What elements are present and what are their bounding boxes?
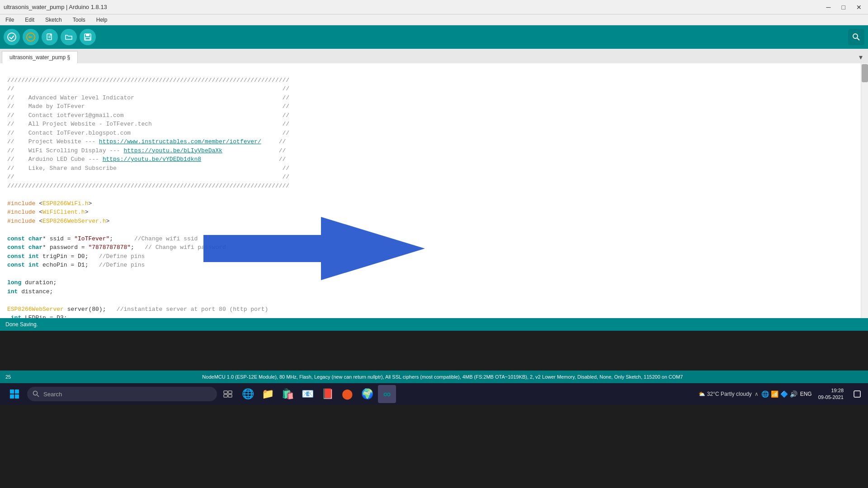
console-area <box>0 331 868 371</box>
weather-info: 32°C Partly cloudy <box>707 391 752 397</box>
arduino-icon[interactable]: ∞ <box>378 385 396 403</box>
notification-icon <box>853 390 861 398</box>
network-icon[interactable]: 🌐 <box>761 390 769 398</box>
acrobat-icon[interactable]: 📕 <box>318 385 336 403</box>
toolbar <box>0 25 868 49</box>
verify-button[interactable] <box>4 29 20 45</box>
code-area: ////////////////////////////////////////… <box>0 63 868 318</box>
svg-rect-16 <box>15 394 19 399</box>
verify-icon <box>7 33 16 42</box>
start-button[interactable] <box>4 383 25 405</box>
line-number: 25 <box>5 374 19 380</box>
open-icon <box>64 33 73 42</box>
svg-rect-20 <box>228 391 232 394</box>
tab-dropdown-button[interactable]: ▾ <box>855 51 866 63</box>
tab-label: ultrasonis_water_pump § <box>9 54 70 61</box>
menu-tools[interactable]: Tools <box>71 16 87 24</box>
menu-edit[interactable]: Edit <box>23 16 36 24</box>
status-bar: Done Saving. <box>0 318 868 331</box>
code-editor[interactable]: ////////////////////////////////////////… <box>0 63 868 318</box>
status-message: Done Saving. <box>5 321 38 328</box>
svg-rect-14 <box>15 389 19 394</box>
system-clock[interactable]: 19:28 09-05-2021 <box>815 387 847 401</box>
new-button[interactable] <box>42 29 58 45</box>
svg-rect-19 <box>224 391 227 394</box>
menu-file[interactable]: File <box>4 16 16 24</box>
vertical-scrollbar[interactable] <box>861 63 868 318</box>
window-title: ultrasonis_water_pump | Arduino 1.8.13 <box>4 4 107 10</box>
scrollbar-thumb[interactable] <box>862 64 868 82</box>
system-tray-icons: 🌐 📶 🔷 🔊 <box>761 390 797 398</box>
svg-line-18 <box>37 395 39 397</box>
wifi-icon[interactable]: 📶 <box>771 390 778 398</box>
taskbar-search[interactable]: Search <box>27 387 217 401</box>
open-button[interactable] <box>61 29 77 45</box>
menu-help[interactable]: Help <box>94 16 109 24</box>
menu-sketch[interactable]: Sketch <box>43 16 64 24</box>
speaker-icon[interactable]: 🔊 <box>790 390 797 398</box>
toolbar-search-button[interactable] <box>848 29 864 45</box>
clock-time: 19:28 <box>831 387 844 394</box>
svg-rect-13 <box>10 389 14 394</box>
svg-rect-21 <box>224 394 227 397</box>
svg-rect-8 <box>86 34 90 36</box>
weather-widget[interactable]: ⛅ 32°C Partly cloudy <box>698 391 752 397</box>
svg-rect-9 <box>85 38 90 40</box>
menu-bar: File Edit Sketch Tools Help <box>0 14 868 25</box>
chrome-icon[interactable]: 🌍 <box>358 385 376 403</box>
close-button[interactable]: ✕ <box>854 3 864 12</box>
weather-icon: ⛅ <box>698 391 705 397</box>
show-hidden-icons-button[interactable]: ∧ <box>755 391 759 397</box>
svg-line-11 <box>857 38 859 40</box>
title-bar: ultrasonis_water_pump | Arduino 1.8.13 ─… <box>0 0 868 14</box>
maximize-button[interactable]: □ <box>839 3 848 12</box>
windows-logo-icon <box>9 389 20 399</box>
file-explorer-icon[interactable]: 📁 <box>259 385 277 403</box>
new-icon <box>45 33 54 42</box>
svg-point-10 <box>853 34 858 38</box>
save-button[interactable] <box>80 29 96 45</box>
notification-button[interactable] <box>850 387 864 401</box>
board-info: NodeMCU 1.0 (ESP-12E Module), 80 MHz, Fl… <box>23 374 863 380</box>
clock-date: 09-05-2021 <box>818 394 844 401</box>
microsoft-store-icon[interactable]: 🛍️ <box>278 385 297 403</box>
ubuntu-icon[interactable]: ⬤ <box>338 385 356 403</box>
bluetooth-icon[interactable]: 🔷 <box>780 390 788 398</box>
taskbar-search-placeholder: Search <box>43 391 62 398</box>
upload-button[interactable] <box>23 29 39 45</box>
svg-point-0 <box>8 33 16 41</box>
edge-icon[interactable]: 🌐 <box>239 385 257 403</box>
search-icon <box>852 33 861 42</box>
svg-rect-15 <box>10 394 14 399</box>
task-view-icon <box>223 389 233 399</box>
upload-icon <box>26 33 35 42</box>
window-controls: ─ □ ✕ <box>824 3 864 12</box>
svg-point-17 <box>33 391 38 395</box>
minimize-button[interactable]: ─ <box>824 3 834 12</box>
tab-bar: ultrasonis_water_pump § ▾ <box>0 49 868 63</box>
save-icon <box>83 33 92 42</box>
task-view-button[interactable] <box>219 385 237 403</box>
language-indicator[interactable]: ENG <box>800 391 812 397</box>
svg-rect-22 <box>228 394 232 397</box>
mail-icon[interactable]: 📧 <box>298 385 316 403</box>
taskbar-search-icon <box>33 390 40 398</box>
svg-rect-23 <box>854 391 860 397</box>
taskbar: Search 🌐 📁 🛍️ 📧 📕 ⬤ 🌍 ∞ ⛅ 32°C Partly cl… <box>0 383 868 405</box>
bottom-status-bar: 25 NodeMCU 1.0 (ESP-12E Module), 80 MHz,… <box>0 371 868 383</box>
system-tray: ⛅ 32°C Partly cloudy ∧ 🌐 📶 🔷 🔊 ENG 19:28… <box>698 387 864 401</box>
editor-tab[interactable]: ultrasonis_water_pump § <box>2 51 78 63</box>
